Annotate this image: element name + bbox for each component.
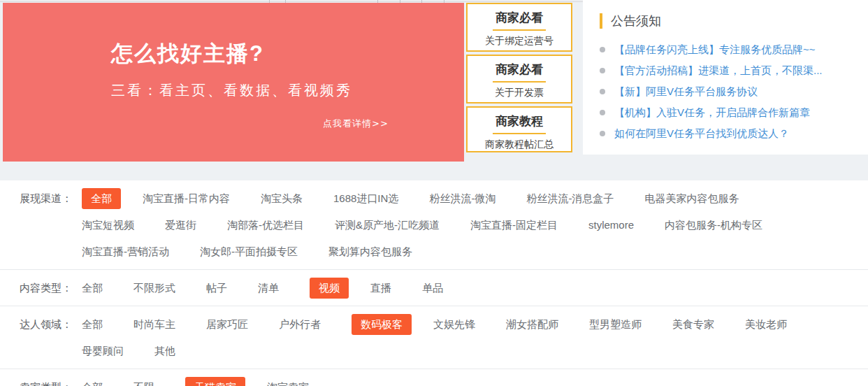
filter-options: 全部不限形式帖子清单视频直播单品 xyxy=(82,275,868,301)
filter-option[interactable]: 全部 xyxy=(82,281,103,295)
filter-option[interactable]: 淘宝头条 xyxy=(261,192,303,206)
announcement-item[interactable]: 【官方活动招稿】进渠道，上首页，不限渠... xyxy=(600,60,858,81)
filter-section-seller-type: 卖家类型：全部不限天猫卖家淘宝卖家 xyxy=(0,369,868,386)
filter-option[interactable]: 爱逛街 xyxy=(165,218,196,232)
filter-panel: 展现渠道：全部淘宝直播-日常内容淘宝头条1688进口IN选粉丝洪流-微淘粉丝洪流… xyxy=(0,180,868,386)
filter-option-row: 全部时尚车主居家巧匠户外行者数码极客文娱先锋潮女搭配师型男塑造师美食专家美妆老师 xyxy=(82,311,868,338)
announcement-item[interactable]: 【新】阿里V任务平台服务协议 xyxy=(600,81,858,102)
filter-options: 全部时尚车主居家巧匠户外行者数码极客文娱先锋潮女搭配师型男塑造师美食专家美妆老师… xyxy=(82,311,868,364)
banner-subtitle: 三看：看主页、看数据、看视频秀 xyxy=(111,81,352,100)
announcement-item[interactable]: 【品牌任务闪亮上线】专注服务优质品牌~~ xyxy=(600,39,858,60)
filter-option[interactable]: 淘宝卖家 xyxy=(267,380,309,386)
filter-option[interactable]: 聚划算内容包服务 xyxy=(328,245,412,259)
announcement-header: 公告须知 xyxy=(600,13,858,29)
announcement-link[interactable]: 如何在阿里V任务平台找到优质达人？ xyxy=(614,127,789,141)
filter-options: 全部淘宝直播-日常内容淘宝头条1688进口IN选粉丝洪流-微淘粉丝洪流-消息盒子… xyxy=(82,185,868,265)
filter-section-display-channel: 展现渠道：全部淘宝直播-日常内容淘宝头条1688进口IN选粉丝洪流-微淘粉丝洪流… xyxy=(0,180,868,269)
filter-option[interactable]: 粉丝洪流-微淘 xyxy=(429,192,496,206)
filter-option[interactable]: 户外行者 xyxy=(279,317,321,331)
filter-option[interactable]: stylemore xyxy=(588,218,634,232)
filter-option-selected[interactable]: 天猫卖家 xyxy=(185,377,245,386)
card-title: 商家教程 xyxy=(468,113,571,129)
announcement-item[interactable]: 【机构】入驻V任务，开启品牌合作新篇章 xyxy=(600,102,858,123)
filter-option-row: 全部不限天猫卖家淘宝卖家 xyxy=(82,374,868,386)
filter-option-row: 淘宝短视频爱逛街淘部落-优选栏目评测&原产地-汇吃频道淘宝直播-固定栏目styl… xyxy=(82,212,868,238)
filter-option[interactable]: 淘宝短视频 xyxy=(82,218,134,232)
filter-option[interactable]: 其他 xyxy=(154,344,175,358)
filter-option-row: 全部不限形式帖子清单视频直播单品 xyxy=(82,275,868,301)
filter-option[interactable]: 美妆老师 xyxy=(745,317,787,331)
filter-section-talent-field: 达人领域：全部时尚车主居家巧匠户外行者数码极客文娱先锋潮女搭配师型男塑造师美食专… xyxy=(0,306,868,369)
filter-option[interactable]: 评测&原产地-汇吃频道 xyxy=(335,218,440,232)
merchant-cards: 商家必看关于绑定运营号商家必看关于开发票商家教程商家教程帖汇总 xyxy=(466,3,572,155)
filter-option[interactable]: 型男塑造师 xyxy=(589,317,642,331)
filter-option[interactable]: 潮女搭配师 xyxy=(506,317,558,331)
bullet-icon xyxy=(600,47,605,52)
bullet-icon xyxy=(600,68,605,73)
filter-option[interactable]: 单品 xyxy=(422,281,443,295)
card-title: 商家必看 xyxy=(468,62,571,78)
filter-option[interactable]: 淘部落-优选栏目 xyxy=(227,218,304,232)
card-divider-icon xyxy=(493,29,546,31)
filter-option[interactable]: 淘宝直播-固定栏目 xyxy=(470,218,558,232)
card-subtitle-link[interactable]: 关于开发票 xyxy=(468,87,571,99)
filter-option[interactable]: 居家巧匠 xyxy=(206,317,248,331)
filter-option[interactable]: 全部 xyxy=(82,380,103,386)
filter-option-selected[interactable]: 数码极客 xyxy=(352,314,412,335)
filter-option[interactable]: 电器美家内容包服务 xyxy=(644,192,739,206)
announcement-panel: 公告须知 【品牌任务闪亮上线】专注服务优质品牌~~【官方活动招稿】进渠道，上首页… xyxy=(583,0,868,155)
filter-option[interactable]: 时尚车主 xyxy=(133,317,175,331)
header-section: 怎么找好主播? 三看：看主页、看数据、看视频秀 点我看详情>> 商家必看关于绑定… xyxy=(0,0,868,162)
banner-cta-link[interactable]: 点我看详情>> xyxy=(323,117,389,130)
card-title: 商家必看 xyxy=(468,10,571,26)
filter-label: 展现渠道： xyxy=(0,185,82,265)
filter-option[interactable]: 帖子 xyxy=(206,281,227,295)
announcement-link[interactable]: 【新】阿里V任务平台服务协议 xyxy=(614,85,758,99)
filter-options: 全部不限天猫卖家淘宝卖家 xyxy=(82,374,868,386)
tab-strip xyxy=(0,0,583,2)
announcement-link[interactable]: 【官方活动招稿】进渠道，上首页，不限渠... xyxy=(614,64,823,78)
filter-option[interactable]: 内容包服务-机构专区 xyxy=(665,218,762,232)
filter-option[interactable]: 不限 xyxy=(133,380,154,386)
announcement-list: 【品牌任务闪亮上线】专注服务优质品牌~~【官方活动招稿】进渠道，上首页，不限渠.… xyxy=(600,39,858,144)
filter-label: 达人领域： xyxy=(0,311,82,364)
filter-label: 卖家类型： xyxy=(0,374,82,386)
merchant-card[interactable]: 商家必看关于开发票 xyxy=(466,55,572,103)
bullet-icon xyxy=(600,110,605,115)
filter-label: 内容类型： xyxy=(0,275,82,301)
card-divider-icon xyxy=(493,133,546,134)
announcement-title: 公告须知 xyxy=(611,13,661,29)
filter-option[interactable]: 淘宝直播-日常内容 xyxy=(143,192,230,206)
filter-option[interactable]: 清单 xyxy=(258,281,279,295)
card-divider-icon xyxy=(493,81,546,83)
filter-option[interactable]: 不限形式 xyxy=(133,281,175,295)
filter-option-selected[interactable]: 视频 xyxy=(310,278,349,299)
filter-option-row: 母婴顾问其他 xyxy=(82,338,868,364)
card-subtitle-link[interactable]: 商家教程帖汇总 xyxy=(468,138,571,151)
filter-option[interactable]: 淘女郎-平面拍摄专区 xyxy=(200,245,298,259)
filter-option-selected[interactable]: 全部 xyxy=(82,188,121,209)
filter-option[interactable]: 母婴顾问 xyxy=(82,344,124,358)
promo-banner[interactable]: 怎么找好主播? 三看：看主页、看数据、看视频秀 点我看详情>> xyxy=(3,3,464,162)
filter-option-row: 全部淘宝直播-日常内容淘宝头条1688进口IN选粉丝洪流-微淘粉丝洪流-消息盒子… xyxy=(82,185,868,212)
merchant-card[interactable]: 商家教程商家教程帖汇总 xyxy=(466,106,572,152)
filter-option[interactable]: 美食专家 xyxy=(672,317,714,331)
title-bar-icon xyxy=(600,13,602,29)
merchant-card[interactable]: 商家必看关于绑定运营号 xyxy=(466,3,572,52)
bullet-icon xyxy=(600,89,605,94)
filter-option[interactable]: 淘宝直播-营销活动 xyxy=(82,245,169,259)
filter-option[interactable]: 直播 xyxy=(370,281,391,295)
filter-section-content-type: 内容类型：全部不限形式帖子清单视频直播单品 xyxy=(0,269,868,306)
card-subtitle-link[interactable]: 关于绑定运营号 xyxy=(468,35,571,48)
banner-title: 怎么找好主播? xyxy=(111,39,264,69)
announcement-link[interactable]: 【品牌任务闪亮上线】专注服务优质品牌~~ xyxy=(614,43,816,57)
announcement-item[interactable]: 如何在阿里V任务平台找到优质达人？ xyxy=(600,123,858,144)
filter-option[interactable]: 全部 xyxy=(82,317,103,331)
filter-option[interactable]: 文娱先锋 xyxy=(433,317,475,331)
bullet-icon xyxy=(600,131,605,136)
filter-option[interactable]: 粉丝洪流-消息盒子 xyxy=(526,192,614,206)
announcement-link[interactable]: 【机构】入驻V任务，开启品牌合作新篇章 xyxy=(614,106,810,120)
filter-option-row: 淘宝直播-营销活动淘女郎-平面拍摄专区聚划算内容包服务 xyxy=(82,238,868,265)
filter-option[interactable]: 1688进口IN选 xyxy=(333,192,398,206)
